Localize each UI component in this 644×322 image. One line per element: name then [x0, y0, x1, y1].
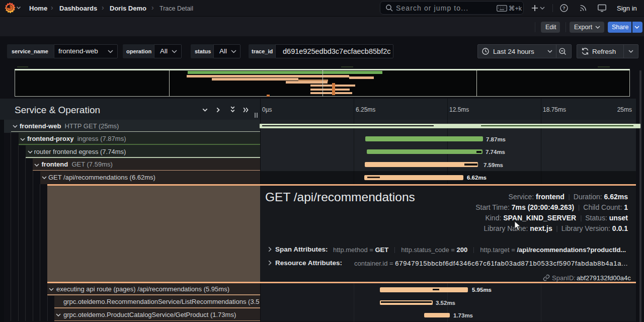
svg-text:?: ?: [562, 5, 566, 11]
